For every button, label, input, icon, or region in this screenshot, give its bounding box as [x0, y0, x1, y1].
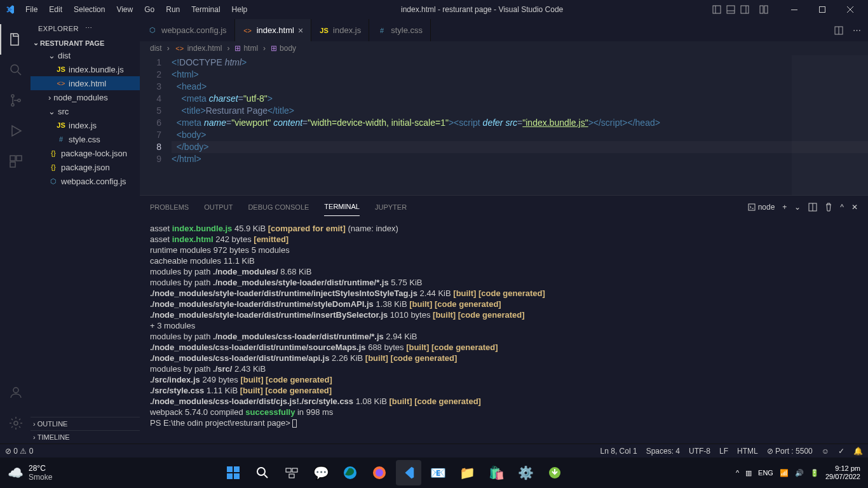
status-live-server[interactable]: ⊘ Port : 5500 [767, 447, 813, 456]
maximize-button[interactable] [810, 1, 835, 18]
new-terminal-icon[interactable]: + [782, 203, 787, 212]
taskbar-app-vscode[interactable] [396, 460, 421, 485]
file-package-lock-json[interactable]: {}package-lock.json [31, 146, 140, 160]
tray-power-icon[interactable]: 🔋 [810, 469, 819, 477]
split-editor-icon[interactable] [834, 25, 844, 36]
status-cursor-position[interactable]: Ln 8, Col 1 [600, 447, 637, 456]
layout-panel-right-icon[interactable] [740, 4, 750, 15]
chevron-right-icon: › [33, 433, 36, 441]
status-notifications-icon[interactable]: 🔔 [853, 447, 863, 456]
file-style-css[interactable]: #style.css [31, 132, 140, 146]
breadcrumb-item[interactable]: ⊞ html [234, 44, 268, 53]
menu-terminal[interactable]: Terminal [186, 3, 225, 17]
status-prettier-icon[interactable]: ✓ [838, 447, 844, 456]
activity-extensions[interactable] [0, 146, 31, 177]
layout-customize-icon[interactable] [759, 4, 769, 15]
taskbar-app-chat[interactable]: 💬 [308, 460, 334, 485]
menu-go[interactable]: Go [139, 3, 159, 17]
sidebar-section-outline[interactable]: › OUTLINE [31, 417, 140, 430]
activity-source-control[interactable] [0, 85, 31, 116]
layout-panel-bottom-icon[interactable] [726, 4, 736, 15]
vscode-logo-icon [5, 4, 15, 15]
task-view-button[interactable] [279, 460, 304, 485]
terminal-profile[interactable]: node [748, 203, 775, 212]
taskbar-weather[interactable]: ☁️ 28°C Smoke [8, 464, 52, 482]
activity-settings[interactable] [0, 408, 31, 438]
chevron-icon: ⌄ [48, 107, 55, 116]
breadcrumb-item[interactable]: dist [150, 44, 172, 53]
menu-run[interactable]: Run [161, 3, 185, 17]
search-button[interactable] [250, 460, 275, 485]
tray-battery-icon[interactable]: ▥ [745, 469, 752, 477]
file-index-html[interactable]: <>index.html [31, 76, 140, 90]
taskbar-app-explorer[interactable]: 📁 [454, 460, 480, 485]
panel-tab-debug-console[interactable]: DEBUG CONSOLE [248, 198, 309, 216]
breadcrumb[interactable]: dist<> index.html⊞ html⊞ body [140, 41, 868, 55]
file-index-js[interactable]: JSindex.js [31, 118, 140, 132]
panel-tab-problems[interactable]: PROBLEMS [150, 198, 189, 216]
tab-index-html[interactable]: <>index.html× [235, 19, 311, 41]
taskbar-app-store[interactable]: 🛍️ [484, 460, 509, 485]
kill-terminal-icon[interactable] [825, 203, 832, 212]
file-webpack-config-js[interactable]: ⬡webpack.config.js [31, 174, 140, 188]
minimap[interactable] [792, 55, 868, 195]
workspace-root[interactable]: ⌄ RESTURANT PAGE [31, 37, 140, 48]
maximize-panel-icon[interactable]: ^ [840, 203, 844, 212]
code-editor[interactable]: 123456789 <!DOCTYPE html><html> <head> <… [140, 55, 868, 195]
file-index-bundle-js[interactable]: JSindex.bundle.js [31, 62, 140, 76]
breadcrumb-item[interactable]: <> index.html [175, 44, 233, 53]
tray-wifi-icon[interactable]: 📶 [780, 469, 789, 477]
folder-src[interactable]: ⌄src [31, 104, 140, 118]
activity-account[interactable] [0, 377, 31, 408]
more-actions-icon[interactable]: ⋯ [851, 25, 862, 36]
sidebar-more-icon[interactable]: ⋯ [85, 24, 132, 32]
close-button[interactable] [837, 1, 863, 18]
tray-clock[interactable]: 9:12 pm 29/07/2022 [825, 464, 860, 481]
menu-edit[interactable]: Edit [44, 3, 67, 17]
editor-tabs: ⬡webpack.config.js<>index.html×JSindex.j… [140, 19, 868, 41]
menu-selection[interactable]: Selection [69, 3, 110, 17]
folder-node_modules[interactable]: ›node_modules [31, 90, 140, 104]
panel-tab-terminal[interactable]: TERMINAL [324, 198, 360, 216]
editor-area: ⬡webpack.config.js<>index.html×JSindex.j… [140, 19, 868, 444]
menu-help[interactable]: Help [227, 3, 253, 17]
panel-tab-jupyter[interactable]: JUPYTER [375, 198, 407, 216]
tab-webpack-config-js[interactable]: ⬡webpack.config.js [140, 19, 235, 41]
status-eol[interactable]: LF [719, 447, 728, 456]
menu-file[interactable]: File [20, 3, 43, 17]
status-feedback-icon[interactable]: ☺ [822, 447, 829, 456]
breadcrumb-item[interactable]: ⊞ body [271, 44, 296, 53]
menu-view[interactable]: View [111, 3, 138, 17]
taskbar-app-mail[interactable]: 📧 [425, 460, 451, 485]
close-panel-icon[interactable]: ✕ [851, 203, 858, 212]
file-package-json[interactable]: {}package.json [31, 160, 140, 174]
activity-explorer[interactable] [0, 24, 31, 55]
tray-volume-icon[interactable]: 🔊 [795, 469, 804, 477]
taskbar-app-settings[interactable]: ⚙️ [513, 460, 538, 485]
tray-chevron-icon[interactable]: ^ [736, 469, 739, 477]
activity-search[interactable] [0, 55, 31, 85]
status-encoding[interactable]: UTF-8 [689, 447, 710, 456]
tab-index-js[interactable]: JSindex.js [311, 19, 369, 41]
status-language[interactable]: HTML [737, 447, 758, 456]
tab-style-css[interactable]: #style.css [369, 19, 431, 41]
activity-run-debug[interactable] [0, 116, 31, 146]
minimize-button[interactable] [782, 1, 807, 18]
code-content[interactable]: <!DOCTYPE html><html> <head> <meta chars… [172, 55, 868, 195]
status-errors-warnings[interactable]: ⊘ 0 ⚠ 0 [5, 447, 33, 456]
folder-dist[interactable]: ⌄dist [31, 48, 140, 62]
sidebar-section-timeline[interactable]: › TIMELINE [31, 430, 140, 444]
sidebar-title: EXPLORER [38, 25, 85, 32]
taskbar-app-idm[interactable] [542, 460, 567, 485]
layout-panel-left-icon[interactable] [712, 4, 722, 15]
start-button[interactable] [220, 460, 246, 485]
taskbar-app-firefox[interactable] [367, 460, 392, 485]
terminal-output[interactable]: asset index.bundle.js 45.9 KiB [compared… [140, 218, 868, 444]
close-tab-icon[interactable]: × [298, 25, 303, 36]
split-terminal-icon[interactable] [808, 203, 817, 212]
panel-tab-output[interactable]: OUTPUT [204, 198, 233, 216]
terminal-dropdown-icon[interactable]: ⌄ [794, 203, 801, 212]
tray-language[interactable]: ENG [758, 469, 773, 477]
taskbar-app-edge[interactable] [337, 460, 363, 485]
status-indentation[interactable]: Spaces: 4 [646, 447, 680, 456]
